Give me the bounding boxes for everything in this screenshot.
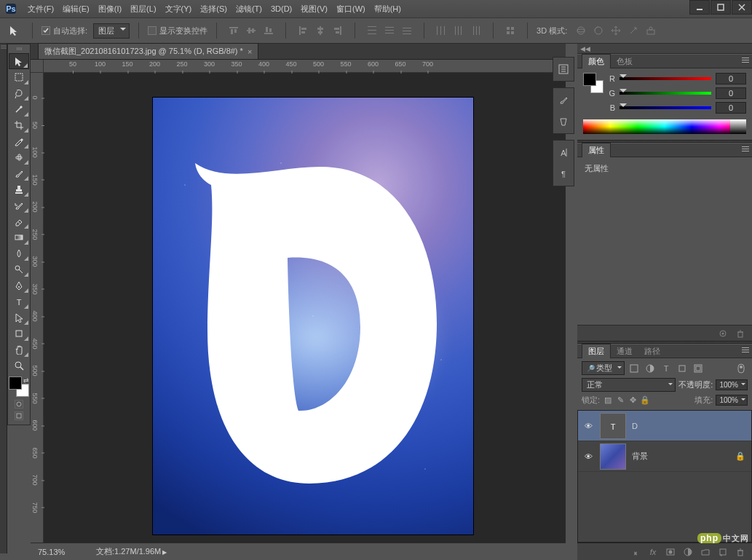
- visibility-toggle-icon[interactable]: 👁: [582, 422, 594, 430]
- clip-icon[interactable]: [716, 328, 730, 339]
- menu-help[interactable]: 帮助(H): [370, 0, 405, 17]
- tab-channels[interactable]: 通道: [611, 344, 638, 358]
- document-tab[interactable]: 微信截图_20210816101723.jpg @ 75.1% (D, RGB/…: [38, 43, 258, 59]
- green-slider[interactable]: [620, 90, 711, 97]
- align-hcenter-icon[interactable]: [312, 23, 328, 39]
- crop-tool[interactable]: [9, 117, 29, 133]
- toolbox-grip[interactable]: [8, 46, 30, 52]
- visibility-toggle-icon[interactable]: 👁: [582, 452, 594, 461]
- close-button[interactable]: [732, 0, 752, 15]
- adjustment-layer-icon[interactable]: [681, 545, 695, 559]
- swap-colors-icon[interactable]: ⇄: [23, 376, 29, 384]
- canvas[interactable]: [153, 98, 473, 535]
- history-brush-tool[interactable]: [9, 197, 29, 213]
- lock-paint-icon[interactable]: ✎: [615, 395, 625, 405]
- color-spectrum[interactable]: [583, 119, 746, 134]
- lasso-tool[interactable]: [9, 85, 29, 101]
- blue-slider[interactable]: [620, 104, 711, 111]
- auto-select-dropdown[interactable]: 图层: [93, 23, 130, 39]
- hand-tool[interactable]: [9, 342, 29, 358]
- layer-name[interactable]: D: [632, 422, 747, 430]
- align-top-icon[interactable]: [226, 23, 242, 39]
- layer-thumbnail[interactable]: [600, 443, 626, 470]
- show-transform-checkbox[interactable]: 显示变换控件: [148, 25, 207, 36]
- character-panel-icon[interactable]: A: [555, 143, 572, 161]
- move-tool-icon[interactable]: [6, 22, 23, 39]
- menu-select[interactable]: 选择(S): [196, 0, 231, 17]
- 3d-orbit-icon[interactable]: [573, 23, 589, 39]
- collapse-arrow-icon[interactable]: ◀◀: [580, 45, 590, 52]
- blend-mode-dropdown[interactable]: 正常: [582, 378, 676, 392]
- auto-align-icon[interactable]: [502, 23, 518, 39]
- auto-select-checkbox[interactable]: 自动选择:: [41, 25, 87, 36]
- filter-text-icon[interactable]: T: [660, 362, 673, 375]
- ruler-horizontal[interactable]: 5010015020025030035040045050055060065070…: [44, 60, 566, 73]
- blur-tool[interactable]: [9, 245, 29, 261]
- distribute-left-icon[interactable]: [433, 23, 449, 39]
- menu-image[interactable]: 图像(I): [94, 0, 126, 17]
- zoom-tool[interactable]: [9, 358, 29, 374]
- align-bottom-icon[interactable]: [261, 23, 277, 39]
- panel-menu-icon[interactable]: [739, 58, 749, 66]
- color-swatches[interactable]: ⇄: [9, 376, 29, 397]
- align-left-icon[interactable]: [295, 23, 311, 39]
- filter-adjust-icon[interactable]: [644, 362, 657, 375]
- doc-size-display[interactable]: 文档:1.27M/1.96M▶: [96, 546, 167, 557]
- marquee-tool[interactable]: [9, 69, 29, 85]
- menu-filter[interactable]: 滤镜(T): [231, 0, 266, 17]
- layer-filter-type[interactable]: 类型: [582, 361, 625, 375]
- layer-item[interactable]: 👁 T D: [578, 411, 751, 441]
- layer-mask-icon[interactable]: [663, 545, 678, 559]
- type-tool[interactable]: T: [9, 293, 29, 309]
- menu-view[interactable]: 视图(V): [296, 0, 332, 17]
- left-dock[interactable]: [0, 44, 7, 553]
- shape-tool[interactable]: [9, 326, 29, 342]
- brush-panel-icon[interactable]: [555, 91, 572, 109]
- pen-tool[interactable]: [9, 277, 29, 293]
- delete-layer-icon[interactable]: [733, 545, 748, 559]
- panel-menu-icon[interactable]: [739, 146, 749, 155]
- link-layers-icon[interactable]: [628, 545, 643, 559]
- menu-3d[interactable]: 3D(D): [266, 0, 296, 17]
- 3d-slide-icon[interactable]: [625, 23, 641, 39]
- magic-wand-tool[interactable]: [9, 101, 29, 117]
- menu-window[interactable]: 窗口(W): [332, 0, 370, 17]
- eyedropper-tool[interactable]: [9, 133, 29, 149]
- new-layer-icon[interactable]: [716, 545, 730, 559]
- align-right-icon[interactable]: [330, 23, 346, 39]
- tab-swatches[interactable]: 色板: [611, 55, 638, 68]
- ruler-vertical[interactable]: 0501001502002503003504004505005506006507…: [31, 73, 44, 543]
- blue-value[interactable]: 0: [716, 102, 746, 114]
- foreground-swatch[interactable]: [9, 376, 22, 390]
- color-panel-swatches[interactable]: [583, 73, 603, 93]
- tab-layers[interactable]: 图层: [582, 344, 611, 358]
- brush-presets-icon[interactable]: [555, 113, 572, 130]
- tab-properties[interactable]: 属性: [582, 143, 611, 157]
- distribute-bottom-icon[interactable]: [399, 23, 415, 39]
- tab-color[interactable]: 颜色: [582, 54, 611, 68]
- distribute-top-icon[interactable]: [364, 23, 380, 39]
- menu-type[interactable]: 文字(Y): [161, 0, 197, 17]
- history-panel-icon[interactable]: [555, 60, 572, 78]
- red-slider[interactable]: [620, 75, 711, 82]
- layer-thumbnail[interactable]: T: [600, 413, 626, 439]
- menu-edit[interactable]: 编辑(E): [58, 0, 94, 17]
- opacity-value[interactable]: 100%: [716, 379, 748, 390]
- filter-shape-icon[interactable]: [676, 362, 689, 375]
- zoom-display[interactable]: 75.13%: [38, 548, 82, 556]
- layer-list[interactable]: 👁 T D 👁 背景 🔒: [577, 410, 752, 543]
- distribute-right-icon[interactable]: [468, 23, 484, 39]
- group-icon[interactable]: [698, 545, 713, 559]
- healing-tool[interactable]: [9, 149, 29, 165]
- green-value[interactable]: 0: [716, 87, 746, 99]
- close-tab-icon[interactable]: ×: [248, 47, 252, 56]
- menu-file[interactable]: 文件(F): [23, 0, 58, 17]
- lock-transparency-icon[interactable]: ▨: [603, 395, 613, 405]
- move-tool[interactable]: [9, 53, 29, 69]
- dodge-tool[interactable]: [9, 261, 29, 277]
- 3d-roll-icon[interactable]: [590, 23, 606, 39]
- distribute-vcenter-icon[interactable]: [381, 23, 397, 39]
- align-vcenter-icon[interactable]: [243, 23, 259, 39]
- filter-toggle-icon[interactable]: [735, 362, 748, 375]
- minimize-button[interactable]: [689, 0, 710, 15]
